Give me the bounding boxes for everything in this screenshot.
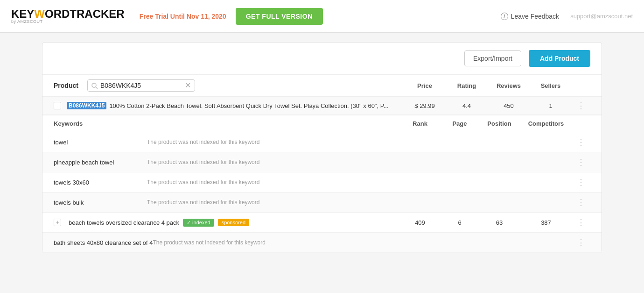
product-actions-menu[interactable]: ⋮ [572,101,590,110]
keyword-actions-menu[interactable]: ⋮ [572,178,590,186]
info-icon: i [501,13,508,20]
get-full-version-button[interactable]: GET FULL VERSION [236,8,323,25]
add-product-button[interactable]: Add Product [529,50,590,67]
logo-tracker-text: TRACKER [70,8,124,20]
keyword-dots-icon[interactable]: ⋮ [577,218,586,227]
keyword-not-indexed-msg: The product was not indexed for this key… [147,179,259,186]
keywords-header: Keywords Rank Page Position Competitors [42,115,602,132]
keyword-rank: 409 [399,219,441,226]
keyword-name: towels bulk [54,199,147,206]
product-title: 100% Cotton 2-Pack Beach Towel. Soft Abs… [109,102,404,109]
keyword-row: towels bulk The product was not indexed … [42,193,602,213]
sponsored-badge: sponsored [218,219,249,226]
product-checkbox[interactable] [54,102,61,109]
col-sellers-label: Sellers [530,82,572,89]
keyword-actions-menu[interactable]: ⋮ [572,198,590,207]
keyword-dots-icon[interactable]: ⋮ [577,157,586,167]
leave-feedback-link[interactable]: i Leave Feedback [501,13,560,20]
keyword-dots-icon[interactable]: ⋮ [577,238,586,247]
logo-by-amzscout: by AMZSCOUT [11,20,125,24]
leave-feedback-label: Leave Feedback [511,13,560,20]
keywords-list: towel The product was not indexed for th… [42,132,602,253]
product-price: $ 29.99 [404,102,446,109]
keyword-row: towel The product was not indexed for th… [42,132,602,152]
keyword-actions-menu[interactable]: ⋮ [572,138,590,146]
keyword-actions-menu[interactable]: ⋮ [572,238,590,247]
keyword-name: towel [54,139,147,146]
trial-text: Free Trial Until Nov 11, 2020 [140,13,226,20]
search-input[interactable] [100,82,182,89]
logo-keyword-text: KEYWORD [11,8,70,20]
col-reviews-label: Reviews [488,82,530,89]
keyword-name: bath sheets 40x80 clearance set of 4 [54,239,153,246]
product-reviews: 450 [488,102,530,109]
keyword-name: beach towels oversized clearance 4 pack [69,219,179,226]
keyword-not-indexed-msg: The product was not indexed for this key… [153,239,265,246]
header-right: i Leave Feedback support@amzscout.net [501,13,633,20]
keyword-not-indexed-msg: The product was not indexed for this key… [147,159,259,165]
kw-col-page-label: Page [441,120,478,127]
keyword-row: towels 30x60 The product was not indexed… [42,172,602,193]
col-rating-label: Rating [446,82,488,89]
product-dots-icon[interactable]: ⋮ [577,101,586,110]
logo-main: KEYWORD TRACKER [11,8,125,20]
keyword-dots-icon[interactable]: ⋮ [577,178,586,187]
keyword-dots-icon[interactable]: ⋮ [577,137,586,147]
header: KEYWORD TRACKER by AMZSCOUT Free Trial U… [0,0,644,33]
keyword-dots-icon[interactable]: ⋮ [577,198,586,207]
indexed-badge: ✓ indexed [183,219,214,227]
product-sellers: 1 [530,102,572,109]
keyword-page: 6 [441,219,478,226]
keyword-row: + beach towels oversized clearance 4 pac… [42,213,602,233]
kw-col-rank-label: Rank [399,120,441,127]
product-label: Product [54,82,82,89]
clear-search-icon[interactable]: ✕ [185,82,191,89]
user-email: support@amzscout.net [570,13,633,20]
keyword-row: bath sheets 40x80 clearance set of 4 The… [42,233,602,253]
export-import-button[interactable]: Export/Import [464,50,521,66]
keyword-not-indexed-msg: The product was not indexed for this key… [147,139,259,145]
search-icon [91,83,98,89]
logo: KEYWORD TRACKER by AMZSCOUT [11,8,125,24]
keyword-row: pineapple beach towel The product was no… [42,152,602,172]
search-container[interactable]: ✕ [87,79,195,92]
keyword-position: 63 [478,219,520,226]
kw-col-keyword-label: Keywords [54,120,399,127]
keyword-actions-menu[interactable]: ⋮ [572,218,590,227]
keyword-name: towels 30x60 [54,179,147,186]
keyword-competitors: 387 [520,219,572,226]
kw-col-position-label: Position [478,120,520,127]
product-rating: 4.4 [446,102,488,109]
expand-icon[interactable]: + [54,219,61,226]
product-search-area: Product ✕ Price Rating Reviews Sellers [42,75,602,96]
toolbar: Export/Import Add Product [42,43,602,75]
svg-line-1 [96,87,98,89]
product-section-header: Product ✕ Price Rating Reviews Sellers [42,75,602,115]
kw-col-competitors-label: Competitors [520,120,572,127]
main-content: Export/Import Add Product Product ✕ Pric… [42,42,602,253]
keyword-not-indexed-msg: The product was not indexed for this key… [147,199,259,206]
logo-wrapper: KEYWORD TRACKER by AMZSCOUT [11,8,125,24]
product-asin-badge: B086WKK4J5 [67,102,106,109]
col-price-label: Price [404,82,446,89]
product-columns-header: Price Rating Reviews Sellers [404,82,590,89]
keyword-actions-menu[interactable]: ⋮ [572,158,590,166]
product-row: B086WKK4J5 100% Cotton 2-Pack Beach Towe… [42,96,602,115]
keyword-name: pineapple beach towel [54,159,147,166]
